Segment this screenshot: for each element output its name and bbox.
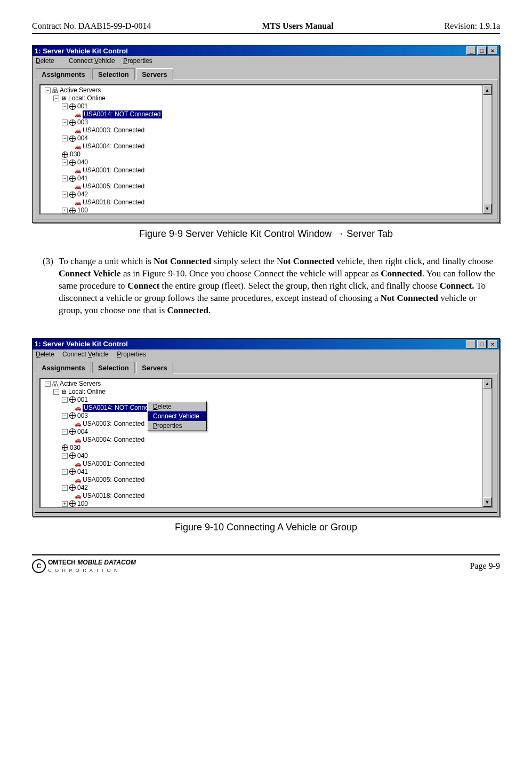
menu-delete[interactable]: Delete — [36, 57, 61, 65]
collapse-icon[interactable]: − — [62, 429, 68, 435]
collapse-icon[interactable]: − — [62, 192, 68, 197]
scroll-up-icon[interactable]: ▲ — [483, 379, 491, 388]
collapse-icon[interactable]: − — [62, 176, 68, 181]
menu-delete[interactable]: Delete — [36, 351, 54, 358]
tree-vehicle[interactable]: USA0004: Connected — [83, 142, 144, 150]
tab-selection[interactable]: Selection — [92, 68, 135, 80]
tree-vehicle-selected[interactable]: USA0014: NOT Connected — [83, 110, 162, 118]
context-properties[interactable]: Properties — [148, 421, 206, 431]
tree-vehicle[interactable]: USA0005: Connected — [83, 476, 144, 484]
collapse-icon[interactable]: − — [62, 120, 68, 125]
context-delete[interactable]: Delete — [148, 402, 206, 411]
minimize-icon[interactable]: _ — [466, 46, 476, 55]
network-icon: 品 — [52, 380, 58, 388]
scroll-down-icon[interactable]: ▼ — [483, 497, 491, 507]
expand-icon[interactable]: + — [62, 208, 68, 213]
server-tree[interactable]: −品Active Servers −🖥Local: Online −001 🚗U… — [41, 379, 482, 507]
globe-icon — [69, 136, 76, 142]
close-icon[interactable]: × — [488, 46, 497, 55]
tab-selection[interactable]: Selection — [92, 362, 135, 373]
menu-properties[interactable]: Properties — [123, 57, 152, 65]
collapse-icon[interactable]: − — [62, 160, 68, 165]
tree-group[interactable]: 001 — [77, 102, 88, 110]
computer-icon: 🖥 — [61, 94, 67, 102]
collapse-icon[interactable]: − — [62, 397, 68, 403]
minimize-icon[interactable]: _ — [466, 340, 476, 348]
globe-icon — [69, 396, 76, 403]
tree-vehicle[interactable]: USA0018: Connected — [83, 492, 144, 500]
tab-assignments[interactable]: Assignments — [36, 362, 91, 373]
menu-properties[interactable]: Properties — [117, 351, 146, 358]
window-title: 1: Server Vehicle Kit Control — [35, 340, 128, 348]
tree-group[interactable]: 001 — [77, 396, 88, 404]
tree-group[interactable]: 040 — [77, 452, 88, 460]
collapse-icon[interactable]: − — [45, 88, 51, 93]
tree-vehicle[interactable]: USA0005: Connected — [83, 182, 144, 190]
context-connect-vehicle[interactable]: Connect Vehicle — [148, 411, 206, 421]
tree-vehicle[interactable]: USA0004: Connected — [83, 436, 144, 444]
tree-group[interactable]: 042 — [77, 484, 88, 492]
vertical-scrollbar[interactable]: ▲ ▼ — [482, 379, 491, 507]
close-icon[interactable]: × — [488, 340, 497, 348]
tree-group[interactable]: 100 — [77, 500, 88, 507]
logo-subtitle: C O R P O R A T I O N — [48, 568, 119, 573]
tree-vehicle[interactable]: USA0003: Connected — [83, 420, 144, 428]
tree-group[interactable]: 004 — [77, 134, 88, 142]
tree-group[interactable]: 004 — [77, 428, 88, 436]
scroll-down-icon[interactable]: ▼ — [483, 204, 491, 213]
server-tree[interactable]: −品Active Servers −🖥Local: Online −001 🚗U… — [41, 85, 482, 213]
collapse-icon[interactable]: − — [62, 453, 68, 459]
tree-group[interactable]: 041 — [77, 174, 88, 182]
titlebar[interactable]: 1: Server Vehicle Kit Control _ □ × — [33, 45, 499, 56]
tree-vehicle-selected[interactable]: USA0014: NOT Connect — [83, 404, 155, 412]
menu-connect-vehicle[interactable]: Connect Vehicle — [69, 57, 115, 65]
tree-vehicle[interactable]: USA0001: Connected — [83, 460, 144, 468]
tab-servers[interactable]: Servers — [136, 68, 173, 80]
menubar: Delete Connect Vehicle Properties — [33, 349, 499, 359]
collapse-icon[interactable]: − — [62, 469, 68, 475]
collapse-icon[interactable]: − — [62, 413, 68, 419]
tree-group[interactable]: 040 — [77, 158, 88, 166]
tree-root[interactable]: Active Servers — [60, 86, 101, 94]
tree-container: −品Active Servers −🖥Local: Online −001 🚗U… — [39, 84, 493, 214]
collapse-icon[interactable]: − — [53, 96, 59, 101]
collapse-icon[interactable]: − — [53, 389, 59, 395]
globe-icon — [69, 412, 76, 419]
logo-brand: OMTECH MOBILE DATACOM — [48, 559, 136, 566]
tree-root[interactable]: Active Servers — [60, 380, 101, 388]
collapse-icon[interactable]: − — [45, 381, 51, 387]
vertical-scrollbar[interactable]: ▲ ▼ — [482, 85, 491, 213]
tree-group[interactable]: 042 — [77, 190, 88, 198]
maximize-icon[interactable]: □ — [477, 340, 487, 348]
tree-group[interactable]: 003 — [77, 118, 88, 126]
tree-vehicle[interactable]: USA0001: Connected — [83, 166, 144, 174]
vehicle-icon: 🚗 — [75, 436, 81, 444]
globe-icon — [69, 484, 76, 491]
vehicle-icon: 🚗 — [75, 476, 81, 484]
tab-assignments[interactable]: Assignments — [36, 68, 91, 80]
context-menu[interactable]: Delete Connect Vehicle Properties — [147, 401, 207, 431]
maximize-icon[interactable]: □ — [477, 46, 487, 55]
tree-local[interactable]: Local: Online — [68, 94, 106, 102]
tree-group[interactable]: 003 — [77, 412, 88, 420]
tab-servers[interactable]: Servers — [136, 362, 173, 373]
collapse-icon[interactable]: − — [62, 104, 68, 109]
scroll-up-icon[interactable]: ▲ — [483, 85, 491, 95]
page-number: Page 9-9 — [470, 561, 500, 571]
figure-caption-9-10: Figure 9-10 Connecting A Vehicle or Grou… — [32, 522, 500, 533]
globe-icon — [69, 208, 76, 214]
vehicle-icon: 🚗 — [75, 198, 81, 206]
expand-icon[interactable]: + — [62, 501, 68, 507]
tree-local[interactable]: Local: Online — [68, 388, 106, 396]
tree-group[interactable]: 030 — [70, 444, 80, 452]
tree-group[interactable]: 030 — [70, 150, 80, 158]
globe-icon — [69, 500, 76, 507]
collapse-icon[interactable]: − — [62, 136, 68, 141]
tree-vehicle[interactable]: USA0018: Connected — [83, 198, 144, 206]
tree-group[interactable]: 100 — [77, 206, 88, 213]
titlebar[interactable]: 1: Server Vehicle Kit Control _ □ × — [33, 339, 499, 349]
collapse-icon[interactable]: − — [62, 485, 68, 491]
tree-group[interactable]: 041 — [77, 468, 88, 476]
menu-connect-vehicle[interactable]: Connect Vehicle — [62, 351, 109, 358]
tree-vehicle[interactable]: USA0003: Connected — [83, 126, 144, 134]
